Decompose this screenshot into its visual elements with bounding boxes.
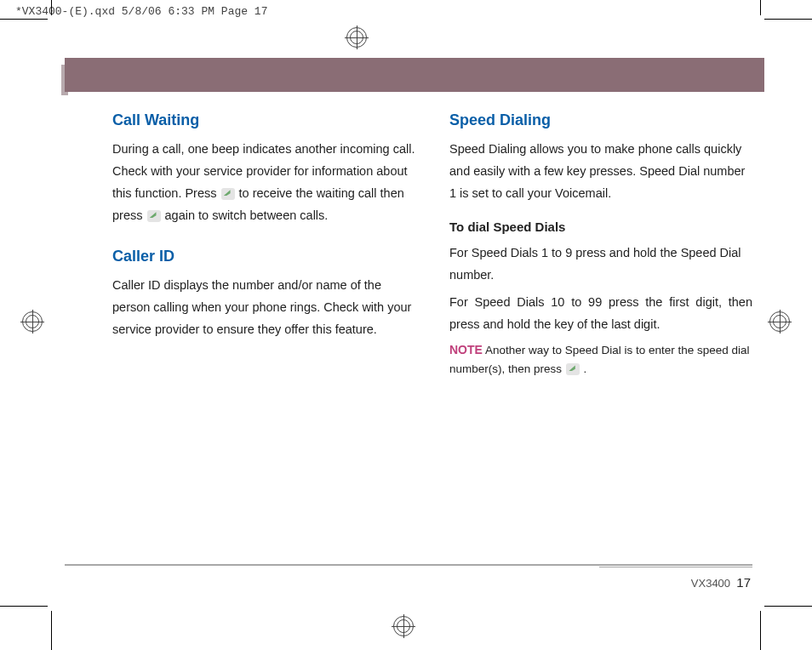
footer-text: VX3400 17 (691, 575, 751, 590)
text-span: Another way to Speed Dial is to enter th… (449, 344, 750, 375)
body-text: Caller ID displays the number and/or nam… (112, 274, 415, 340)
model-label: VX3400 (691, 577, 730, 590)
send-key-icon (221, 188, 235, 200)
crop-mark (760, 0, 761, 15)
subheading-to-dial: To dial Speed Dials (449, 216, 752, 238)
register-mark (768, 310, 792, 334)
qxd-header-line: *VX3400-(E).qxd 5/8/06 6:33 PM Page 17 (15, 5, 267, 18)
crop-mark (760, 611, 761, 650)
note-label: NOTE (449, 343, 483, 356)
text-span: . (584, 362, 587, 375)
crop-mark (51, 611, 52, 650)
body-text: For Speed Dials 10 to 99 press the first… (449, 291, 752, 335)
send-key-icon (147, 210, 161, 222)
send-key-icon (566, 363, 580, 375)
right-column: Speed Dialing Speed Dialing allows you t… (449, 109, 752, 384)
register-mark (20, 310, 44, 334)
register-mark (345, 26, 369, 49)
heading-caller-id: Caller ID (112, 245, 415, 267)
heading-speed-dialing: Speed Dialing (449, 109, 752, 131)
text-span: again to switch between calls. (165, 208, 329, 222)
body-text: During a call, one beep indicates anothe… (112, 138, 415, 226)
crop-mark (0, 19, 48, 20)
note-text: NOTE Another way to Speed Dial is to ent… (449, 340, 752, 379)
crop-mark (764, 19, 812, 20)
register-mark (392, 614, 415, 638)
crop-mark (764, 606, 812, 607)
crop-mark (0, 606, 48, 607)
body-text: Speed Dialing allows you to make phone c… (449, 138, 752, 204)
left-column: Call Waiting During a call, one beep ind… (112, 109, 415, 384)
crop-mark (51, 0, 52, 15)
heading-call-waiting: Call Waiting (112, 109, 415, 131)
header-banner (65, 58, 764, 92)
footer-rule (65, 564, 752, 566)
body-text: For Speed Dials 1 to 9 press and hold th… (449, 242, 752, 286)
page-number: 17 (736, 575, 751, 590)
footer-rule-short (599, 567, 752, 567)
